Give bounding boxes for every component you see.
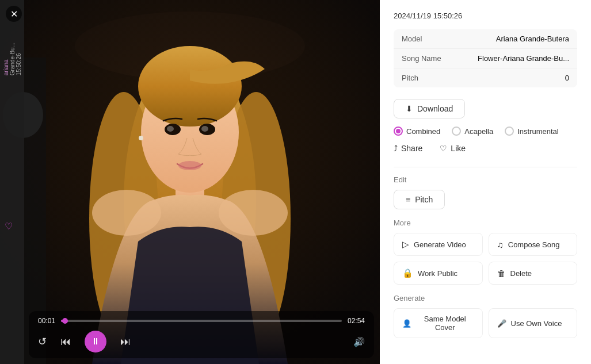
share-button[interactable]: ⤴ Share [394,144,422,153]
same-model-icon: 👤 [402,319,411,328]
pitch-value: 0 [457,68,577,88]
generate-grid: 👤 Same Model Cover 🎤 Use Own Voice [394,308,577,338]
audio-type-selector: Combined Acapella Instrumental [394,127,577,136]
svg-point-13 [178,161,201,170]
instrumental-option[interactable]: Instrumental [505,127,559,136]
acapella-option[interactable]: Acapella [452,127,493,136]
edit-section-label: Edit [394,175,577,184]
delete-icon: 🗑 [497,269,506,278]
right-panel: 2024/11/19 15:50:26 Model Ariana Grande-… [380,0,591,364]
model-value: Ariana Grande-Butera [457,29,577,49]
total-time: 02:54 [348,317,365,325]
acapella-label: Acapella [464,127,493,136]
combined-radio[interactable] [394,127,403,136]
video-background [0,0,380,364]
lock-icon: 🔒 [402,268,413,278]
pitch-info-row: Pitch 0 [394,68,577,88]
share-icon: ⤴ [394,144,398,153]
work-public-button[interactable]: 🔒 Work Public [394,262,483,285]
prev-button[interactable]: ⏮ [60,336,71,348]
close-button[interactable]: ✕ [6,6,22,22]
sidebar-text-1: ariana [3,43,9,75]
svg-point-8 [138,46,242,127]
pause-button[interactable]: ⏸ [85,331,106,352]
generate-video-label: Generate Video [414,240,466,249]
like-icon: ♡ [440,144,447,153]
svg-point-11 [167,126,174,132]
sidebar-overlay: ariana Grande-Bu... 15:50:26 ♡ [0,0,24,364]
use-own-voice-button[interactable]: 🎤 Use Own Voice [489,308,578,338]
progress-row: 00:01 02:54 [38,317,365,325]
generate-video-button[interactable]: ▷ Generate Video [394,233,483,256]
volume-button[interactable]: 🔊 [353,336,365,347]
sidebar-text-2: Grande-Bu... [9,43,16,75]
pitch-label: Pitch [394,68,457,88]
svg-point-14 [139,136,143,140]
next-button[interactable]: ⏭ [120,336,131,348]
download-icon: ⬇ [406,104,413,113]
more-section-label: More [394,219,577,227]
video-controls: 00:01 02:54 ↺ ⏮ ⏸ ⏭ 🔊 [29,311,374,358]
progress-bar[interactable] [61,320,342,322]
work-public-label: Work Public [418,269,457,278]
repeat-button[interactable]: ↺ [38,335,47,348]
use-own-voice-label: Use Own Voice [511,319,562,328]
compose-song-icon: ♫ [497,240,504,250]
instrumental-label: Instrumental [517,127,559,136]
song-name-label: Song Name [394,49,457,68]
microphone-icon: 🎤 [497,319,506,328]
pitch-edit-icon: ≡ [406,195,410,204]
divider-1 [394,167,577,167]
svg-point-16 [219,190,288,236]
like-button[interactable]: ♡ Like [440,144,466,153]
download-label: Download [417,104,453,113]
song-name-value: Flower-Ariana Grande-Bu... [457,49,577,68]
current-time: 00:01 [38,317,55,325]
controls-row: ↺ ⏮ ⏸ ⏭ 🔊 [38,331,365,352]
more-grid: ▷ Generate Video ♫ Compose Song 🔒 Work P… [394,233,577,285]
svg-point-12 [201,126,208,132]
pitch-edit-label: Pitch [415,195,433,204]
generate-video-icon: ▷ [402,239,409,250]
datetime-label: 2024/11/19 15:50:26 [394,12,577,20]
instrumental-radio[interactable] [505,127,514,136]
same-model-label: Same Model Cover [416,315,474,332]
share-label: Share [401,144,422,153]
model-row: Model Ariana Grande-Butera [394,29,577,49]
progress-dot [62,318,68,324]
svg-point-15 [92,190,161,236]
pitch-edit-button[interactable]: ≡ Pitch [394,190,445,209]
download-button[interactable]: ⬇ Download [394,99,465,118]
info-table: Model Ariana Grande-Butera Song Name Flo… [394,29,577,87]
like-label: Like [451,144,466,153]
delete-button[interactable]: 🗑 Delete [489,262,578,285]
generate-section-label: Generate [394,294,577,302]
action-row: ⤴ Share ♡ Like [394,144,577,153]
same-model-cover-button[interactable]: 👤 Same Model Cover [394,308,483,338]
delete-label: Delete [510,269,532,278]
sidebar-text-3: 15:50:26 [16,40,22,75]
acapella-radio[interactable] [452,127,461,136]
model-label: Model [394,29,457,49]
compose-song-label: Compose Song [508,240,560,249]
combined-option[interactable]: Combined [394,127,440,136]
song-name-row: Song Name Flower-Ariana Grande-Bu... [394,49,577,68]
compose-song-button[interactable]: ♫ Compose Song [489,233,578,256]
combined-label: Combined [406,127,440,136]
video-panel: ✕ ariana Grande-Bu... 15:50:26 ♡ 00:01 0… [0,0,380,364]
